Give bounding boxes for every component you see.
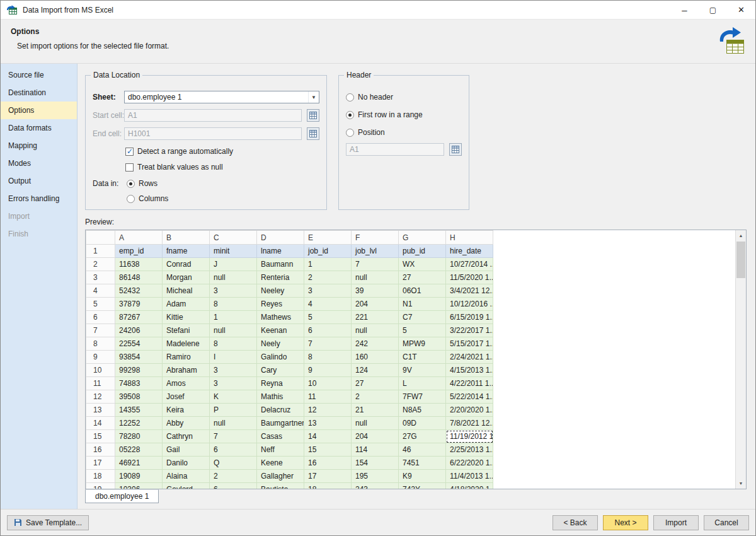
grid-cell[interactable]: 6/15/2019 1... [446,311,493,324]
grid-cell[interactable]: 6 [210,483,257,490]
grid-cell[interactable]: 09D [399,417,446,430]
grid-cell[interactable]: 4/18/2020 1... [446,483,493,490]
grid-row-number[interactable]: 8 [86,337,115,351]
grid-column-header[interactable]: B [163,231,210,245]
sidebar-item-data-formats[interactable]: Data formats [1,119,77,137]
detect-range-checkbox[interactable] [125,148,134,156]
scroll-up-icon[interactable]: ▲ [736,230,746,241]
grid-row-number[interactable]: 11 [86,377,115,390]
grid-cell[interactable]: 154 [352,457,399,470]
grid-row-number[interactable]: 7 [86,324,115,337]
grid-cell[interactable]: 7 [210,430,257,443]
grid-cell[interactable]: Keenan [257,324,304,337]
grid-cell[interactable]: 1 [304,258,352,271]
grid-cell[interactable]: Adam [163,298,210,311]
rows-radio[interactable] [127,180,135,188]
grid-corner[interactable] [86,231,115,245]
grid-cell[interactable]: Neeley [257,284,304,298]
grid-cell[interactable]: 5/15/2017 1... [446,337,493,351]
grid-cell[interactable]: 10/27/2014 ... [446,258,493,271]
grid-cell[interactable]: 14 [304,430,352,443]
grid-cell[interactable]: Alaina [163,470,210,483]
grid-cell[interactable]: MPW9 [399,337,446,351]
grid-cell[interactable]: job_lvl [352,245,399,258]
grid-cell[interactable]: 74883 [115,377,163,390]
grid-cell[interactable]: 9V [399,364,446,377]
grid-cell[interactable]: null [352,271,399,284]
grid-cell[interactable]: Conrad [163,258,210,271]
minimize-button[interactable]: – [670,1,699,19]
grid-cell[interactable]: 37879 [115,298,163,311]
grid-cell[interactable]: job_id [304,245,352,258]
grid-cell[interactable]: 10 [304,377,352,390]
grid-cell[interactable]: N1 [399,298,446,311]
grid-cell[interactable]: Mathis [257,390,304,404]
grid-column-header[interactable]: C [210,231,257,245]
grid-row-number[interactable]: 5 [86,298,115,311]
grid-cell[interactable]: J [210,258,257,271]
grid-cell[interactable]: 114 [352,443,399,457]
grid-cell[interactable]: Galindo [257,351,304,364]
grid-cell[interactable]: Josef [163,390,210,404]
grid-cell[interactable]: 8 [210,337,257,351]
grid-cell[interactable]: 78280 [115,430,163,443]
grid-cell[interactable]: 27 [399,271,446,284]
sheet-tab[interactable]: dbo.employee 1 [85,489,159,503]
grid-cell[interactable]: Gail [163,443,210,457]
grid-cell[interactable]: 11/4/2013 1... [446,470,493,483]
position-range-button[interactable] [449,143,462,156]
grid-cell[interactable]: Casas [257,430,304,443]
grid-cell[interactable]: Abby [163,417,210,430]
grid-cell[interactable]: 05228 [115,443,163,457]
grid-cell[interactable]: Kittie [163,311,210,324]
grid-cell[interactable]: 39 [352,284,399,298]
scroll-thumb[interactable] [736,242,745,278]
sidebar-item-options[interactable]: Options [1,102,77,119]
grid-cell[interactable]: 52432 [115,284,163,298]
grid-cell[interactable]: 11/5/2020 1... [446,271,493,284]
grid-column-header[interactable]: F [352,231,399,245]
grid-cell[interactable]: 1 [210,311,257,324]
grid-cell[interactable]: Stefani [163,324,210,337]
grid-cell[interactable]: C7 [399,311,446,324]
grid-row-number[interactable]: 14 [86,417,115,430]
grid-cell[interactable]: 8 [210,298,257,311]
grid-cell[interactable]: 46921 [115,457,163,470]
next-button[interactable]: Next > [603,515,648,530]
vertical-scrollbar[interactable]: ▲ ▼ [735,230,746,489]
grid-cell[interactable]: minit [210,245,257,258]
grid-column-header[interactable]: H [446,231,493,245]
grid-cell[interactable]: emp_id [115,245,163,258]
grid-cell[interactable]: 10306 [115,483,163,490]
grid-cell[interactable]: null [352,324,399,337]
grid-cell[interactable]: 124 [352,364,399,377]
grid-cell[interactable]: Micheal [163,284,210,298]
grid-cell[interactable]: Danilo [163,457,210,470]
grid-cell[interactable]: 2 [304,271,352,284]
save-template-button[interactable]: Save Template... [7,515,89,530]
grid-cell[interactable]: Gallagher [257,470,304,483]
start-cell-range-button[interactable] [307,109,319,122]
import-button[interactable]: Import [653,515,699,530]
grid-cell[interactable]: 7/8/2021 12... [446,417,493,430]
grid-cell[interactable]: 21 [352,404,399,417]
grid-cell[interactable]: 24206 [115,324,163,337]
grid-cell[interactable]: Q [210,457,257,470]
grid-cell[interactable]: Cary [257,364,304,377]
grid-cell[interactable]: 06O1 [399,284,446,298]
grid-cell[interactable]: 99298 [115,364,163,377]
grid-cell[interactable]: 12 [304,404,352,417]
sheet-select[interactable]: dbo.employee 1 ▼ [124,91,319,103]
grid-cell[interactable]: 742Y [399,483,446,490]
grid-cell[interactable]: 3 [210,377,257,390]
grid-cell[interactable]: 7 [352,258,399,271]
grid-cell[interactable]: 4/15/2013 1... [446,364,493,377]
grid-cell[interactable]: Keene [257,457,304,470]
no-header-radio[interactable] [346,93,354,102]
grid-cell[interactable]: 221 [352,311,399,324]
grid-cell[interactable]: null [210,271,257,284]
grid-cell[interactable]: Mathews [257,311,304,324]
grid-row-number[interactable]: 6 [86,311,115,324]
grid-cell[interactable]: 2 [352,390,399,404]
grid-row-number[interactable]: 15 [86,430,115,443]
